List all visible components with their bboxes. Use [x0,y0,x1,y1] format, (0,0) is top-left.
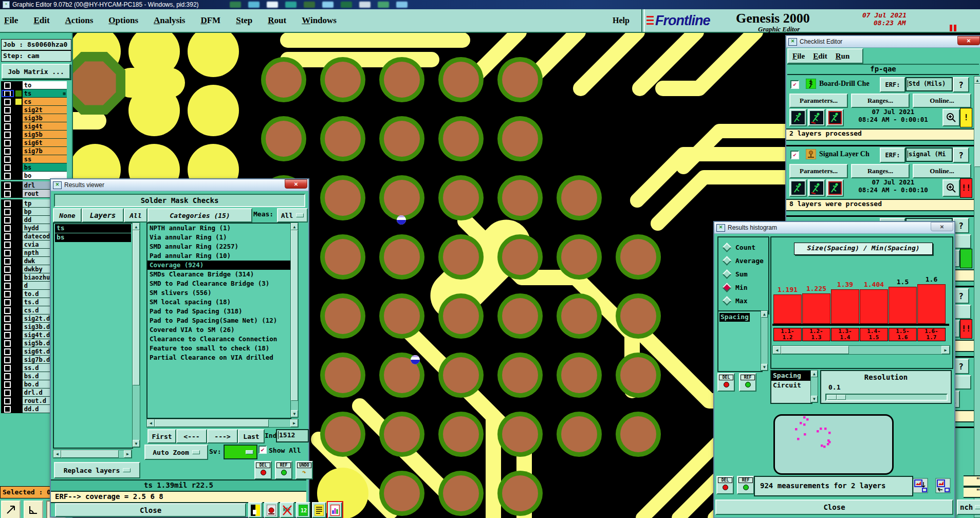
layer-name[interactable]: cs [23,98,67,106]
rv-category-item[interactable]: NPTH annular Ring (1) [147,224,290,233]
board-preview[interactable] [715,405,951,473]
layer-visibility-checkbox[interactable] [1,232,14,240]
layer-name[interactable]: sig6t [23,139,67,147]
rv-layers-button[interactable]: Layers [82,208,124,223]
job-matrix-button[interactable]: Job Matrix ... [2,64,70,79]
rv-meas-select[interactable]: All [277,208,308,223]
rv-category-item[interactable]: Covered VIA to SM (26) [147,325,290,335]
menu-file[interactable]: File [4,15,18,26]
histogram-bar[interactable] [917,284,946,324]
taskbar-icon[interactable] [341,2,352,8]
taskbar-icon[interactable] [304,2,315,8]
load-from-editor-icon[interactable] [934,477,952,494]
undo-button[interactable]: UNDO↷ [295,461,313,479]
rv-category-hscrollbar[interactable]: ◀▶ [146,419,299,428]
layer-row-cs[interactable]: cs [1,98,67,106]
del-button[interactable]: DEL [716,476,734,494]
histogram-measure-scrollbar[interactable]: ▲▼ [761,310,768,371]
batch-select-fragment[interactable]: nch [957,499,980,515]
taskbar-icon[interactable] [378,2,389,8]
histogram-group-list[interactable]: SpacingCircuit [770,370,812,404]
online-button[interactable]: Online... [913,94,971,108]
taskbar-icon[interactable] [322,2,334,8]
rv-category-list[interactable]: NPTH annular Ring (1)Via annular Ring (1… [146,223,291,419]
layer-visibility-checkbox[interactable] [1,380,14,388]
run-layers-button[interactable] [808,109,825,126]
menu-dfm[interactable]: DFM [200,15,220,26]
layer-visibility-checkbox[interactable] [1,356,14,364]
rv-category-item[interactable]: SM slivers (556) [147,288,290,298]
layer-visibility-checkbox[interactable] [1,339,14,347]
histogram-bar[interactable] [773,294,802,324]
ranges-button[interactable]: Ranges... [851,94,910,108]
rv-category-item[interactable]: SMD to Pad Clearance Bridge (3) [147,279,290,288]
rv-category-item[interactable]: Feature too small to check (18) [147,344,290,353]
run-button[interactable] [789,179,807,197]
rv-replace-layers-select[interactable]: Replace layers [54,462,140,478]
rv-next-button[interactable]: ---> [207,429,238,443]
layer-visibility-checkbox[interactable] [1,155,14,163]
rv-index-input[interactable]: 1512 [276,429,309,442]
rv-last-button[interactable]: Last [238,429,265,443]
layer-name[interactable]: bs [23,163,67,172]
chart-hscrollbar[interactable]: ◀▶ [772,345,950,355]
rv-category-item[interactable]: SM local spacing (18) [147,298,290,307]
layer-visibility-checkbox[interactable] [1,273,14,282]
histogram-bar[interactable] [889,287,917,324]
parameters-button[interactable]: Parameters... [789,164,848,178]
layer-name[interactable]: ts ⊞ [23,89,67,98]
layer-visibility-checkbox[interactable] [1,89,14,98]
layer-visibility-checkbox[interactable] [1,314,14,323]
rv-category-scrollbar[interactable]: ▲▼ [290,223,299,418]
ranges-button[interactable]: Ranges... [851,164,910,178]
rv-all-button[interactable]: All [124,208,147,223]
erf-button[interactable]: ERF: [880,147,905,163]
histogram-bar[interactable] [802,293,830,324]
layer-visibility-checkbox[interactable] [1,372,14,380]
layer-visibility-checkbox[interactable] [1,81,14,89]
layer-name[interactable]: sig4t [23,122,67,131]
layer-visibility-checkbox[interactable] [1,139,14,147]
checklist-menu-edit[interactable]: Edit [813,52,827,61]
taskbar-icon[interactable] [396,2,408,8]
layer-visibility-checkbox[interactable] [1,122,14,131]
menu-analysis[interactable]: Analysis [154,15,185,26]
layer-visibility-checkbox[interactable] [1,98,14,106]
del-button[interactable]: DEL [717,373,735,392]
report-page-icon[interactable] [312,502,326,518]
rv-category-item[interactable]: Clearance to Clearance Connection [147,335,290,344]
erf-value-input[interactable]: Std (Mils) [905,77,953,91]
checklist-titlebar[interactable]: ✕ Checklist Editor ✕ [786,36,980,48]
histogram-icon[interactable] [328,502,342,518]
stat-option-count[interactable]: Count [718,240,768,254]
layer-visibility-checkbox[interactable] [1,298,14,306]
rv-category-item[interactable]: Pad to Pad Spacing(Same Net) (12) [147,316,290,325]
histogram-bar[interactable] [831,289,859,324]
zoom-results-button[interactable] [942,109,960,126]
rv-show-all-checkbox[interactable]: ✔ [258,446,267,454]
layer-visibility-checkbox[interactable] [1,131,14,139]
layer-name[interactable]: sig7b [23,147,67,155]
stat-option-min[interactable]: Min [718,281,768,294]
run-button[interactable] [789,109,807,126]
layer-row-sig5b[interactable]: sig5b [1,131,67,139]
zoom-fit-button[interactable] [1,501,21,518]
layer-visibility-checkbox[interactable] [1,172,14,180]
rv-layer-hscrollbar[interactable]: ◀▶ [53,450,132,458]
run-stop-button[interactable] [826,109,844,126]
layer-visibility-checkbox[interactable] [1,249,14,257]
layer-visibility-checkbox[interactable] [1,257,14,265]
layer-visibility-checkbox[interactable] [1,114,14,122]
numbers-page-icon[interactable]: 12 [296,502,310,518]
rv-first-button[interactable]: First [147,429,176,443]
layer-name[interactable]: sig5b [23,131,67,139]
taskbar-icon[interactable] [285,2,297,8]
del-button[interactable]: DEL [254,461,272,479]
rv-none-button[interactable]: None [53,208,82,223]
erf-button[interactable]: ERF: [880,77,905,92]
menu-options[interactable]: Options [108,15,138,26]
close-icon[interactable]: ✕ [285,179,307,189]
rv-category-item[interactable]: Coverage (924) [147,261,290,270]
layer-row-sig2t[interactable]: sig2t [1,106,67,114]
measure-button[interactable] [24,501,43,518]
